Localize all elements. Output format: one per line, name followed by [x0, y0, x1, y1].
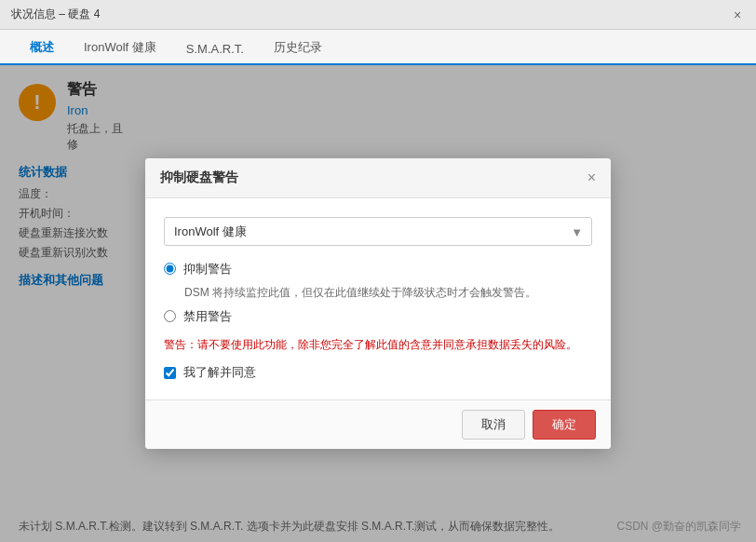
tab-ironwolf[interactable]: IronWolf 健康 — [69, 32, 171, 65]
modal-overlay: 抑制硬盘警告 × IronWolf 健康 ▼ 抑制警 — [0, 65, 756, 542]
tab-bar: 概述 IronWolf 健康 S.M.A.R.T. 历史纪录 — [0, 30, 756, 65]
tab-history[interactable]: 历史纪录 — [259, 32, 337, 65]
title-bar: 状况信息 – 硬盘 4 × — [0, 0, 756, 30]
main-window: 状况信息 – 硬盘 4 × 概述 IronWolf 健康 S.M.A.R.T. … — [0, 0, 756, 542]
tab-overview[interactable]: 概述 — [15, 32, 69, 65]
dialog-footer: 取消 确定 — [145, 400, 611, 449]
radio-disable-item: 禁用警告 — [164, 308, 592, 325]
agree-label: 我了解并同意 — [183, 364, 256, 381]
tab-smart[interactable]: S.M.A.R.T. — [171, 34, 259, 65]
radio-disable-label: 禁用警告 — [183, 308, 232, 325]
radio-disable-input[interactable] — [164, 310, 176, 322]
dropdown-wrapper: IronWolf 健康 ▼ — [164, 217, 592, 246]
radio-suppress-desc: DSM 将持续监控此值，但仅在此值继续处于降级状态时才会触发警告。 — [184, 285, 592, 301]
radio-suppress-input[interactable] — [164, 263, 176, 275]
window-title: 状况信息 – 硬盘 4 — [11, 7, 100, 22]
agree-checkbox[interactable] — [164, 367, 176, 379]
dialog-close-icon[interactable]: × — [587, 170, 596, 185]
window-close-icon[interactable]: × — [730, 7, 745, 22]
radio-suppress-label: 抑制警告 — [183, 261, 232, 278]
dialog-body: IronWolf 健康 ▼ 抑制警告 DSM 将持续监控此值，但仅在此值继续处于… — [145, 198, 611, 400]
dialog-header: 抑制硬盘警告 × — [145, 158, 611, 198]
warning-text: 警告：请不要使用此功能，除非您完全了解此值的含意并同意承担数据丢失的风险。 — [164, 336, 592, 353]
cancel-button[interactable]: 取消 — [462, 410, 525, 440]
radio-group: 抑制警告 DSM 将持续监控此值，但仅在此值继续处于降级状态时才会触发警告。 禁… — [164, 261, 592, 325]
category-dropdown[interactable]: IronWolf 健康 — [164, 217, 592, 246]
checkbox-row: 我了解并同意 — [164, 364, 592, 381]
dialog-title: 抑制硬盘警告 — [160, 169, 238, 186]
content-area: ! 警告 Iron 托盘上，且 修 统计数据 温度： 开机时间： 硬盘重新连接次… — [0, 65, 756, 542]
confirm-button[interactable]: 确定 — [533, 410, 596, 440]
radio-suppress-item: 抑制警告 — [164, 261, 592, 278]
suppress-dialog: 抑制硬盘警告 × IronWolf 健康 ▼ 抑制警 — [145, 158, 611, 449]
